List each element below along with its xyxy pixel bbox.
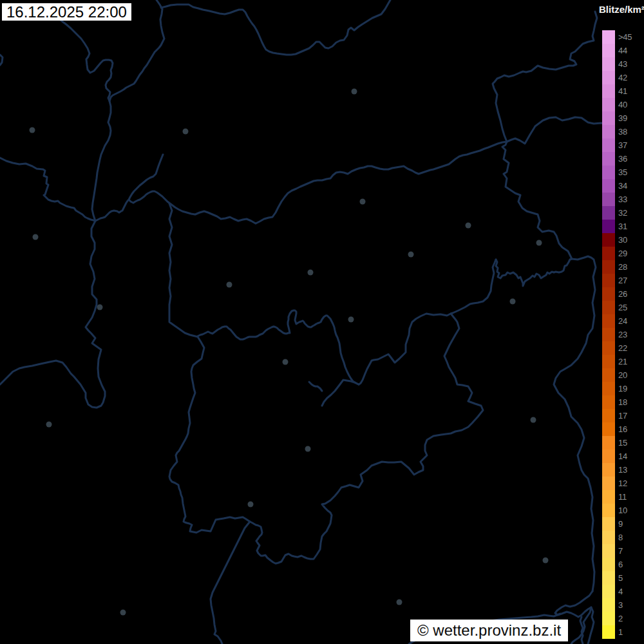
legend-value-label: 11 <box>615 490 644 504</box>
border-path-top-ridge <box>161 0 390 55</box>
city-marker-dot <box>120 610 126 616</box>
city-marker-dot <box>33 234 39 240</box>
legend-color-swatch <box>602 71 615 84</box>
legend-value-label: 40 <box>615 98 644 111</box>
legend-row: 19 <box>602 382 644 395</box>
legend-color-swatch <box>602 355 615 368</box>
city-marker-dot <box>283 359 289 365</box>
legend-row: 22 <box>602 341 644 355</box>
border-path-vtip-southwest <box>322 260 496 406</box>
legend-row: 5 <box>602 571 644 585</box>
legend-row: 18 <box>602 395 644 409</box>
lightning-map-page: 16.12.2025 22:00 Blitze/km² >45444342414… <box>0 0 644 644</box>
legend-value-label: 28 <box>615 260 644 274</box>
legend-row: 25 <box>602 301 644 314</box>
legend-color-swatch <box>602 422 615 436</box>
legend-color-swatch <box>602 179 615 193</box>
legend-row: 10 <box>602 504 644 517</box>
legend-row: 23 <box>602 328 644 341</box>
border-path-east-branch <box>507 117 609 144</box>
legend-color-swatch <box>602 544 615 558</box>
legend-row: 13 <box>602 463 644 477</box>
legend-row: 26 <box>602 287 644 301</box>
legend-row: 44 <box>602 44 644 57</box>
legend-value-label: 27 <box>615 274 644 287</box>
legend-color-swatch <box>602 558 615 571</box>
legend-row: 14 <box>602 450 644 463</box>
legend-value-label: 31 <box>615 220 644 233</box>
city-marker-dot <box>183 129 189 135</box>
legend-color-swatch <box>602 314 615 328</box>
city-marker-dot <box>408 252 414 258</box>
legend-color-swatch <box>602 571 615 585</box>
legend-color-swatch <box>602 206 615 220</box>
legend-row: 7 <box>602 544 644 558</box>
city-marker-dot <box>97 305 103 310</box>
legend-value-label: 1 <box>615 625 644 639</box>
legend-color-swatch <box>602 612 615 625</box>
city-marker-dot <box>352 89 357 95</box>
legend-row: 42 <box>602 71 644 84</box>
legend-color-swatch <box>602 625 615 639</box>
border-path-south-diagonal <box>211 522 250 644</box>
legend-title: Blitze/km² <box>599 4 644 15</box>
legend-color-swatch <box>602 30 615 44</box>
city-marker-dot <box>536 240 542 246</box>
district-borders <box>0 0 609 644</box>
legend-value-label: 16 <box>615 422 644 436</box>
border-path-central-squiggle <box>198 310 359 384</box>
legend-value-label: 26 <box>615 287 644 301</box>
legend-color-swatch <box>602 287 615 301</box>
legend-color-swatch <box>602 450 615 463</box>
legend-value-label: 18 <box>615 395 644 409</box>
legend-row: 20 <box>602 368 644 382</box>
city-marker-dot <box>227 282 232 288</box>
legend-color-swatch <box>602 517 615 531</box>
border-path-western-loop <box>0 221 105 408</box>
legend-color-swatch <box>602 274 615 287</box>
border-path-left-stub <box>0 55 3 65</box>
lightning-density-map <box>0 0 644 644</box>
border-path-central-south <box>250 314 483 564</box>
legend-color-swatch <box>602 125 615 138</box>
legend-value-label: 4 <box>615 585 644 598</box>
legend-value-label: 12 <box>615 477 644 490</box>
legend-value-label: 34 <box>615 179 644 193</box>
legend-value-label: 6 <box>615 558 644 571</box>
legend-row: 6 <box>602 558 644 571</box>
city-marker-dot <box>397 600 402 605</box>
legend-row: 37 <box>602 138 644 152</box>
legend-value-label: 20 <box>615 368 644 382</box>
legend-row: 16 <box>602 422 644 436</box>
legend-color-swatch <box>602 84 615 98</box>
legend-row: 1 <box>602 625 644 639</box>
legend-value-label: 29 <box>615 247 644 260</box>
legend-color-swatch <box>602 409 615 422</box>
city-marker-dot <box>305 446 311 452</box>
legend-color-swatch <box>602 220 615 233</box>
city-marker-dot <box>466 223 471 229</box>
timestamp-label: 16.12.2025 22:00 <box>2 3 131 21</box>
legend-row: 30 <box>602 233 644 247</box>
legend-color-swatch <box>602 531 615 544</box>
legend-row: 29 <box>602 247 644 260</box>
legend-row: 38 <box>602 125 644 138</box>
legend-color-swatch <box>602 44 615 57</box>
legend-row: 33 <box>602 193 644 206</box>
legend-row: 9 <box>602 517 644 531</box>
legend-value-label: 41 <box>615 84 644 98</box>
legend-row: 3 <box>602 598 644 612</box>
border-path-garda-strand2 <box>580 617 583 644</box>
legend-color-swatch <box>602 57 615 71</box>
legend-value-label: >45 <box>615 30 644 44</box>
legend-value-label: 32 <box>615 206 644 220</box>
legend-color-swatch <box>602 166 615 179</box>
legend-row: 4 <box>602 585 644 598</box>
legend-value-label: 38 <box>615 125 644 138</box>
legend-value-label: 21 <box>615 355 644 368</box>
legend-color-swatch <box>602 504 615 517</box>
legend-value-label: 8 <box>615 531 644 544</box>
legend-value-label: 22 <box>615 341 644 355</box>
legend-color-swatch <box>602 395 615 409</box>
legend-value-label: 7 <box>615 544 644 558</box>
